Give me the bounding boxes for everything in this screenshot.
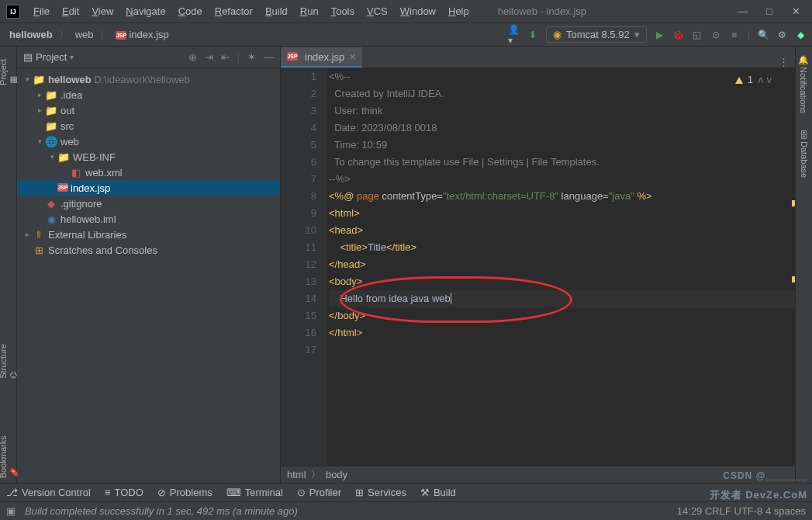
tool-services[interactable]: ⊞Services (355, 487, 406, 498)
plugins-icon[interactable]: ◆ (795, 29, 806, 40)
menu-file[interactable]: File (28, 3, 55, 19)
project-view-selector[interactable]: ▤ Project ▾ (23, 51, 74, 63)
tree-file-gitignore[interactable]: ◆.gitignore (17, 196, 280, 211)
jsp-icon: JSP (57, 183, 68, 192)
code-editor[interactable]: 1234567891011121314151617 1 ʌ v <%-- Cre… (281, 68, 795, 466)
menu-navigate[interactable]: Navigate (120, 3, 171, 19)
tree-folder-out[interactable]: ▸📁out (17, 102, 280, 118)
breadcrumb-item[interactable]: JSPindex.jsp (112, 27, 171, 42)
profile-button[interactable]: ⊙ (710, 29, 721, 40)
tree-file-iml[interactable]: ◉helloweb.iml (17, 211, 280, 227)
select-opened-icon[interactable]: ⊕ (188, 51, 197, 63)
menu-tools[interactable]: Tools (326, 3, 360, 19)
run-button[interactable]: ▶ (655, 29, 665, 40)
app-logo-icon: IJ (6, 5, 20, 19)
tree-file-webxml[interactable]: ◧web.xml (17, 165, 280, 180)
code-content[interactable]: 1 ʌ v <%-- Created by IntelliJ IDEA. Use… (327, 68, 795, 466)
tree-folder-idea[interactable]: ▸📁.idea (17, 87, 280, 102)
minimize-button[interactable]: — (738, 5, 748, 17)
menu-window[interactable]: Window (395, 3, 441, 19)
hide-panel-icon[interactable]: — (264, 51, 274, 63)
search-icon[interactable]: 🔍 (758, 29, 769, 40)
editor-breadcrumb[interactable]: html 〉 body (281, 466, 795, 483)
menu-refactor[interactable]: Refactor (209, 3, 258, 19)
tree-file-indexjsp[interactable]: JSPindex.jsp (17, 180, 280, 196)
tool-profiler[interactable]: ⊙Profiler (297, 487, 341, 498)
bookmarks-tool-button[interactable]: 🔖 Bookmarks (0, 430, 18, 483)
tree-scratches[interactable]: ⊞Scratches and Consoles (17, 242, 280, 258)
project-panel: ▤ Project ▾ ⊕ ⇥ ⇤ | ✶ — ▾📁helloweb D:\id… (17, 47, 281, 483)
line-gutter[interactable]: 1234567891011121314151617 (281, 68, 327, 466)
settings-icon[interactable]: ⚙ (776, 29, 787, 40)
title-bar: IJ FileEditViewNavigateCodeRefactorBuild… (0, 0, 812, 23)
tomcat-icon: ◉ (553, 29, 561, 40)
close-tab-icon[interactable]: ✕ (349, 52, 356, 62)
main-menu: FileEditViewNavigateCodeRefactorBuildRun… (28, 3, 475, 19)
status-message: Build completed successfully in 1 sec, 4… (25, 505, 298, 517)
database-tool-button[interactable]: 🗄 Database (800, 126, 809, 182)
structure-tool-button[interactable]: ⌬ Structure (0, 338, 18, 383)
status-right[interactable]: 14:29 CRLF UTF-8 4 spaces (677, 505, 806, 517)
tree-folder-web[interactable]: ▾🌐web (17, 133, 280, 149)
inspection-widget[interactable]: 1 ʌ v (735, 71, 772, 88)
tool-todo[interactable]: ≡TODO (105, 487, 143, 498)
breadcrumb-item[interactable]: helloweb (6, 27, 56, 42)
menu-build[interactable]: Build (260, 3, 293, 19)
tree-folder-webinf[interactable]: ▾📁WEB-INF (17, 149, 280, 165)
menu-edit[interactable]: Edit (57, 3, 85, 19)
tab-options-icon[interactable]: ⋮ (772, 56, 795, 68)
menu-code[interactable]: Code (173, 3, 208, 19)
warning-icon (735, 77, 743, 84)
window-title: helloweb - index.jsp (475, 5, 738, 17)
status-bar: ▣ Build completed successfully in 1 sec,… (0, 501, 812, 520)
menu-vcs[interactable]: VCS (361, 3, 393, 19)
tool-build[interactable]: ⚒Build (420, 487, 456, 498)
project-icon: ▤ (23, 51, 33, 63)
debug-button[interactable]: 🐞 (673, 29, 684, 40)
build-icon[interactable]: ⬇ (527, 29, 538, 40)
stop-button[interactable]: ■ (729, 29, 740, 40)
tree-folder-src[interactable]: 📁src (17, 118, 280, 133)
tree-external-libraries[interactable]: ▸⫴External Libraries (17, 227, 280, 242)
menu-run[interactable]: Run (295, 3, 324, 19)
editor-tab-bar: JSP index.jsp ✕ ⋮ (281, 47, 795, 68)
tool-version-control[interactable]: ⎇Version Control (6, 487, 91, 498)
close-button[interactable]: ✕ (790, 5, 801, 17)
project-tree[interactable]: ▾📁helloweb D:\ideawork\helloweb ▸📁.idea … (17, 68, 280, 483)
collapse-all-icon[interactable]: ⇤ (221, 51, 230, 63)
breadcrumb-item[interactable]: web (72, 27, 97, 42)
right-tool-strip: 🔔 Notifications 🗄 Database (795, 47, 812, 483)
jsp-icon: JSP (287, 52, 298, 61)
coverage-button[interactable]: ◱ (692, 29, 703, 40)
tool-problems[interactable]: ⊘Problems (157, 487, 213, 498)
panel-settings-icon[interactable]: ✶ (247, 51, 256, 63)
users-icon[interactable]: 👤▾ (509, 29, 520, 40)
menu-help[interactable]: Help (443, 3, 475, 19)
breadcrumb: helloweb 〉 web 〉 JSPindex.jsp (6, 27, 172, 42)
navigation-bar: helloweb 〉 web 〉 JSPindex.jsp 👤▾ ⬇ ◉ Tom… (0, 23, 812, 47)
expand-all-icon[interactable]: ⇥ (205, 51, 213, 63)
project-tool-button[interactable]: ▦ Project (0, 50, 18, 90)
jsp-icon: JSP (116, 31, 126, 40)
bottom-tool-bar: ⎇Version Control≡TODO⊘Problems⌨Terminal⊙… (0, 483, 812, 501)
maximize-button[interactable]: □ (764, 5, 775, 17)
status-icon[interactable]: ▣ (6, 505, 19, 517)
editor-tab[interactable]: JSP index.jsp ✕ (281, 47, 362, 68)
notifications-tool-button[interactable]: 🔔 Notifications (799, 50, 809, 118)
tree-root[interactable]: ▾📁helloweb D:\ideawork\helloweb (17, 71, 280, 87)
run-config-selector[interactable]: ◉ Tomcat 8.5.92▾ (546, 26, 647, 43)
editor-area: JSP index.jsp ✕ ⋮ 1234567891011121314151… (281, 47, 795, 483)
tool-terminal[interactable]: ⌨Terminal (226, 487, 283, 498)
menu-view[interactable]: View (86, 3, 119, 19)
left-tool-strip: ▦ Project ⌬ Structure 🔖 Bookmarks (0, 47, 17, 483)
error-stripe[interactable] (786, 68, 795, 466)
